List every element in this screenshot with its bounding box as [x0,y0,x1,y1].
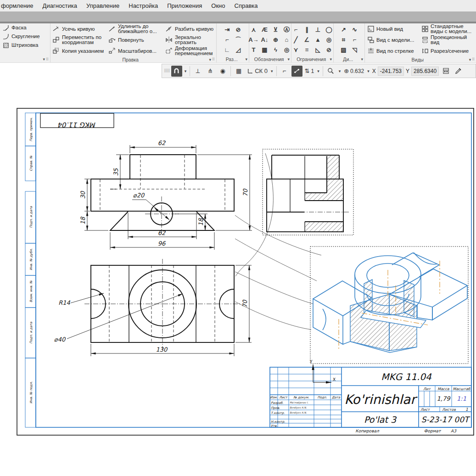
dim-diameter-icon[interactable]: ⊘ [233,25,243,35]
menu-item-okno[interactable]: Окно [207,1,230,11]
dim-depth[interactable]: 70 [241,299,248,308]
dim-hole-diameter[interactable]: ⌀20 [133,192,145,199]
dim-mid-width[interactable]: 62 [158,230,166,236]
move-by-coordinates-button[interactable]: Переместить по координатам [50,34,106,45]
perpendicular-icon[interactable]: ⊥ [313,25,323,35]
equal-length-icon[interactable]: ⋎ [291,45,301,55]
datum-icon[interactable]: Æ [259,25,269,35]
step-dropdown-caret[interactable]: ▾ [316,69,320,73]
marking-icon[interactable]: ⊕ [270,35,280,45]
coordinate-system-button[interactable]: СК 0 [246,66,269,77]
section-expand-caret[interactable]: ▾ [330,57,332,62]
dim-radial-icon[interactable]: ◿ [233,45,243,55]
section-view-button[interactable]: Разрез/сечение [419,45,476,56]
measure-curve2-icon[interactable]: ∿ [349,25,359,35]
centerline-icon[interactable]: ◎ [281,45,291,55]
snap-perpendicular-icon[interactable]: ⟂ [192,66,203,77]
view-by-arrow-button[interactable]: Вид по стрелке [365,45,419,56]
extend-curve-button[interactable]: Удлинить до ближайшего о... [106,23,163,34]
trim-curve-button[interactable]: Усечь кривую [50,23,106,34]
dim-ordinate-icon[interactable]: ∟ [222,45,232,55]
zoom-scale-caret[interactable]: ▾ [366,69,370,73]
dim-low-height[interactable]: 18 [79,216,86,224]
zoom-area-button[interactable] [325,66,336,77]
roughness-icon[interactable]: ⊻ [270,25,280,35]
snap-magnet-button[interactable] [171,66,182,77]
menu-item-nastroika[interactable]: Настройка [124,1,162,11]
section-grip[interactable]: ⠿ [472,57,475,62]
align-icon[interactable]: ⌐ [291,25,301,35]
menu-item-oformlenie[interactable]: формление [0,1,38,11]
rounding-toggle-button[interactable] [291,66,302,77]
zoom-scale-button[interactable]: ⊕0.632 [343,66,365,77]
section-expand-caret[interactable]: ▾ [469,57,471,62]
dim-hole-height[interactable]: 18 [197,218,204,226]
rotate-button[interactable]: Повернуть [106,34,163,45]
vertical-icon[interactable]: ╱ [291,35,301,45]
zoom-dropdown-caret[interactable]: ▾ [338,69,342,73]
dim-angular-icon[interactable]: ⌐ [222,35,232,45]
section-expand-caret[interactable]: ▾ [209,57,212,62]
eyedropper-button[interactable] [453,66,464,77]
section-expand-caret[interactable]: ▾ [245,57,247,62]
dim-arc-icon[interactable]: ⌒ [233,35,243,45]
x-coordinate-field[interactable]: -241.753 [378,67,404,76]
dim-block-height[interactable]: 35 [112,168,119,176]
dim-band-height[interactable]: 30 [79,190,86,199]
menu-item-prilozheniya[interactable]: Приложения [162,1,207,11]
drawing-canvas[interactable]: Перв. примен. Справ. № Подп. и дата Инв.… [0,80,476,476]
angle-icon[interactable]: ∠ [302,35,312,45]
view-from-model-button[interactable]: Вид с модели... [365,34,419,45]
fillet-button[interactable]: Скругление [0,32,50,41]
section-grip[interactable]: ⠿ [212,57,215,62]
standard-views-button[interactable]: Стандартные виды с модели... [419,23,476,34]
snap-dropdown-caret[interactable]: ▾ [184,69,188,73]
cs-dropdown-caret[interactable]: ▾ [270,69,274,73]
dim-top-width[interactable]: 62 [158,140,166,146]
grid-toggle-icon[interactable]: ▦ [233,66,244,77]
view-label-icon[interactable]: Ⓐ [281,25,291,35]
table-icon[interactable]: ▦ [259,45,269,55]
dim-notch-radius[interactable]: R14 [58,299,70,306]
new-view-button[interactable]: Новый вид [365,23,419,34]
dim-length[interactable]: 130 [156,346,168,353]
tangent-icon[interactable]: ◯ [324,25,334,35]
position-leader-icon[interactable]: A↓ [259,35,269,45]
fix-point-icon[interactable]: ▲ [313,35,323,45]
deform-move-button[interactable]: Деформация перемещением [163,45,216,56]
fix-icon[interactable]: ⊘ [324,45,334,55]
measure-curve-icon[interactable]: ↗ [338,25,348,35]
measure-hatch-icon[interactable]: ▨ [338,45,348,55]
toolbar-drag-grip[interactable]: ⠿⠿ [164,68,170,73]
dim-total-height[interactable]: 70 [242,188,249,196]
parallel-icon[interactable]: ∥ [302,25,312,35]
measure-area-icon[interactable]: ⌗ [338,35,348,45]
stamp-scale-value[interactable]: 1:1 [457,395,466,402]
snap-point-icon[interactable]: ◉ [217,66,228,77]
concentric-icon[interactable]: ◎ [324,35,334,45]
leader-text-icon[interactable]: A→ [248,35,258,45]
menu-item-diagnostika[interactable]: Диагностика [38,1,82,11]
text-icon[interactable]: T [248,45,258,55]
chamfer-button[interactable]: Фаска [0,23,50,32]
equal-icon[interactable]: = [302,45,312,55]
snap-tangent-icon[interactable]: ⋔ [205,66,216,77]
section-expand-caret[interactable]: ▾ [43,57,45,62]
section-expand-caret[interactable]: ▾ [287,57,290,62]
section-grip[interactable]: ⠿ [46,57,49,62]
split-curve-button[interactable]: Разбить кривую [163,23,216,34]
ortho-mode-icon[interactable]: ⌐ [279,66,290,77]
scale-button[interactable]: Масштабиров... [106,45,163,56]
symmetry-icon[interactable]: ◺ [313,45,323,55]
leader-icon[interactable]: ⋏ [248,25,258,35]
dim-linear-icon[interactable]: ⇥ [222,25,232,35]
hatch-button[interactable]: Штриховка [0,41,50,50]
projection-view-button[interactable]: Проекционный вид [419,34,476,45]
dim-bore-diameter[interactable]: ⌀40 [54,336,66,343]
drawing-sheet-svg[interactable]: Перв. примен. Справ. № Подп. и дата Инв.… [0,80,476,476]
wavy-line-icon[interactable]: ϟ [270,45,280,55]
dim-base-width[interactable]: 96 [158,240,166,247]
geometry-calculator-button[interactable] [440,66,451,77]
step-button[interactable]: ⇅1 [304,66,315,77]
menu-item-upravlenie[interactable]: Управление [82,1,124,11]
